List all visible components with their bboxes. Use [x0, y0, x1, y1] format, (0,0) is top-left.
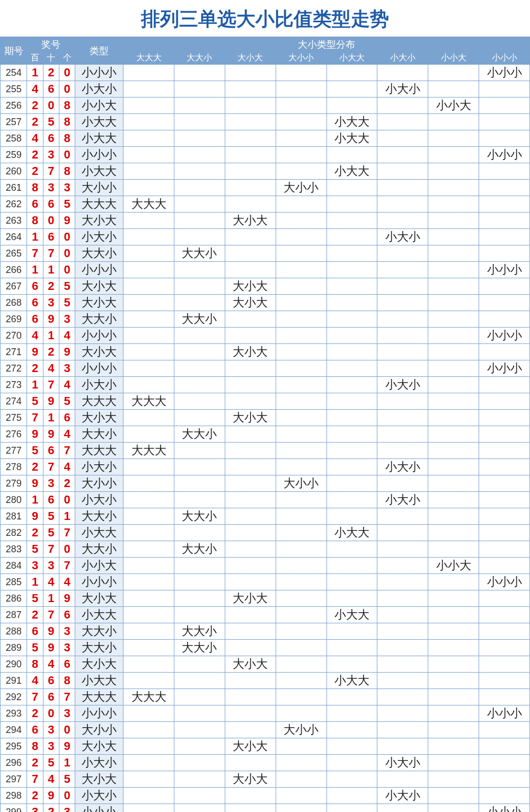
cell-dist — [123, 788, 174, 804]
cell-dist — [174, 98, 225, 114]
cell-dist — [377, 443, 428, 459]
table-row: 269693大大小大大小 — [1, 311, 530, 328]
cell-dist — [225, 689, 276, 705]
cell-dist — [123, 426, 174, 443]
cell-dist — [428, 755, 479, 771]
cell-digit: 3 — [59, 705, 75, 722]
cell-dist — [174, 147, 225, 163]
cell-issue: 283 — [1, 541, 27, 558]
header-col-1: 大大小 — [174, 52, 225, 65]
cell-dist — [123, 295, 174, 311]
cell-dist: 大大小 — [174, 245, 225, 262]
cell-dist — [428, 722, 479, 738]
cell-digit: 8 — [27, 738, 43, 755]
cell-issue: 296 — [1, 755, 27, 771]
cell-issue: 280 — [1, 492, 27, 508]
cell-digit: 0 — [43, 213, 59, 229]
cell-digit: 5 — [27, 443, 43, 459]
cell-type: 小大小 — [75, 788, 123, 804]
cell-type: 大小大 — [75, 410, 123, 426]
cell-dist — [428, 492, 479, 508]
cell-dist — [225, 114, 276, 130]
cell-type: 大小大 — [75, 771, 123, 788]
cell-dist — [276, 245, 326, 262]
cell-dist — [326, 245, 377, 262]
cell-dist — [174, 213, 225, 229]
cell-issue: 266 — [1, 262, 27, 278]
cell-dist — [225, 130, 276, 147]
cell-dist — [428, 81, 479, 98]
cell-issue: 259 — [1, 147, 27, 163]
cell-issue: 273 — [1, 377, 27, 393]
cell-dist — [428, 640, 479, 656]
cell-digit: 2 — [27, 705, 43, 722]
cell-digit: 0 — [59, 81, 75, 98]
cell-digit: 0 — [43, 705, 59, 722]
table-row: 275716大小大大小大 — [1, 410, 530, 426]
header-col-2: 大小大 — [225, 52, 276, 65]
cell-dist — [428, 804, 479, 813]
cell-dist — [174, 656, 225, 673]
cell-issue: 279 — [1, 475, 27, 492]
cell-dist — [428, 213, 479, 229]
cell-dist — [377, 607, 428, 623]
cell-digit: 3 — [59, 180, 75, 196]
cell-dist — [276, 229, 326, 245]
cell-dist — [123, 508, 174, 525]
cell-digit: 2 — [27, 459, 43, 475]
cell-dist — [276, 673, 326, 689]
cell-dist — [174, 459, 225, 475]
cell-digit: 1 — [43, 410, 59, 426]
cell-digit: 4 — [27, 81, 43, 98]
cell-dist: 小大大 — [326, 673, 377, 689]
cell-dist — [276, 656, 326, 673]
cell-digit: 1 — [43, 590, 59, 607]
cell-dist — [174, 607, 225, 623]
cell-digit: 2 — [27, 788, 43, 804]
cell-digit: 4 — [27, 130, 43, 147]
cell-issue: 275 — [1, 410, 27, 426]
cell-dist — [479, 443, 530, 459]
cell-dist: 大大小 — [174, 508, 225, 525]
cell-issue: 261 — [1, 180, 27, 196]
table-row: 271929大小大大小大 — [1, 344, 530, 360]
cell-type: 大大小 — [75, 508, 123, 525]
cell-issue: 289 — [1, 640, 27, 656]
cell-dist — [377, 590, 428, 607]
cell-dist — [326, 65, 377, 81]
table-row: 259230小小小小小小 — [1, 147, 530, 163]
table-row: 283570大大小大大小 — [1, 541, 530, 558]
cell-dist — [377, 508, 428, 525]
cell-dist: 小大大 — [326, 607, 377, 623]
table-row: 268635大小大大小大 — [1, 295, 530, 311]
cell-dist — [276, 738, 326, 755]
cell-type: 大大小 — [75, 426, 123, 443]
cell-digit: 9 — [43, 393, 59, 410]
cell-dist — [479, 475, 530, 492]
cell-digit: 2 — [27, 147, 43, 163]
cell-type: 小大大 — [75, 130, 123, 147]
cell-dist — [428, 114, 479, 130]
cell-digit: 4 — [59, 328, 75, 344]
header-bai: 百 — [27, 52, 43, 65]
cell-digit: 6 — [43, 229, 59, 245]
cell-dist — [326, 574, 377, 590]
cell-dist — [377, 360, 428, 377]
cell-dist — [276, 689, 326, 705]
cell-digit: 3 — [43, 180, 59, 196]
cell-dist — [479, 722, 530, 738]
cell-dist — [428, 393, 479, 410]
cell-type: 小大小 — [75, 459, 123, 475]
cell-dist — [276, 393, 326, 410]
cell-digit: 8 — [59, 130, 75, 147]
cell-digit: 7 — [43, 607, 59, 623]
cell-dist — [326, 640, 377, 656]
cell-dist — [428, 344, 479, 360]
cell-dist — [174, 360, 225, 377]
cell-dist — [377, 558, 428, 574]
cell-dist — [276, 607, 326, 623]
cell-digit: 1 — [27, 377, 43, 393]
cell-digit: 9 — [59, 213, 75, 229]
cell-digit: 3 — [59, 640, 75, 656]
cell-issue: 282 — [1, 525, 27, 541]
